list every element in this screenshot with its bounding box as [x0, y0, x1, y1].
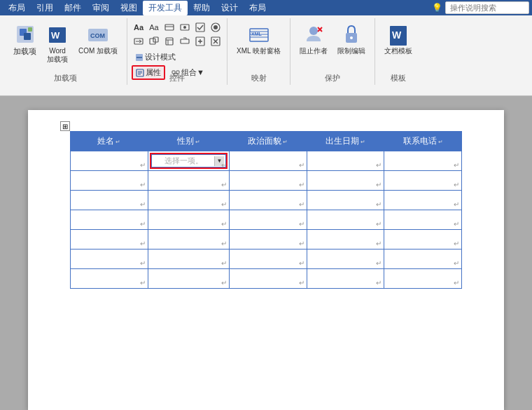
lightbulb-icon: 💡 [432, 3, 442, 13]
doc-template-label: 文档模板 [384, 47, 412, 55]
group-protect: 阻止作者 限制编辑 保护 [290, 18, 375, 85]
group-protect-label: 保护 [290, 73, 374, 83]
restrict-edit-button[interactable]: 限制编辑 [334, 21, 369, 57]
cell-politics-7: ↵ [229, 269, 307, 289]
cell-politics-6: ↵ [229, 250, 307, 269]
cell-name-7: ↵ [71, 269, 148, 289]
xml-map-button[interactable]: XML XML 映射窗格 [233, 21, 284, 57]
com-addins-button[interactable]: COM COM 加载项 [75, 21, 121, 57]
svg-point-45 [309, 27, 318, 35]
ribbon: 加载项 W Word加载项 COM [0, 15, 532, 96]
ctrl-icon7[interactable] [162, 35, 176, 48]
svg-point-14 [214, 25, 218, 29]
cell-name-6: ↵ [71, 250, 148, 269]
cell-name-5: ↵ [71, 230, 148, 250]
cell-phone-5: ↵ [384, 230, 462, 250]
table-row: ↵ ↵ ↵ ↵ ↵ [71, 269, 462, 289]
word-addins-button[interactable]: W Word加载项 [43, 21, 72, 66]
dropdown-placeholder: 选择一项。 [153, 156, 214, 166]
ctrl-icon9[interactable] [193, 35, 207, 48]
cell-birthday-6: ↵ [307, 250, 384, 269]
block-author-label: 阻止作者 [300, 47, 328, 55]
cell-gender-3: ↵ [148, 191, 229, 210]
header-phone: 联系电话↵ [384, 132, 462, 151]
cell-gender-5: ↵ [148, 230, 229, 250]
cell-phone-2: ↵ [384, 171, 462, 191]
group-mapping-label: 映射 [227, 73, 290, 83]
cell-gender-1: 选择一项。 ▼ ↵ [148, 151, 229, 171]
word-addins-label: Word加载项 [47, 47, 68, 64]
table-row: ↵ 选择一项。 ▼ ↵ ↵ ↵ ↵ [71, 151, 462, 171]
com-addins-label: COM 加载项 [78, 47, 118, 55]
svg-point-49 [350, 36, 353, 39]
group-template-label: 模板 [375, 73, 421, 83]
xml-map-label: XML 映射窗格 [237, 47, 281, 55]
ctrl-icon4[interactable] [209, 21, 223, 34]
svg-rect-2 [24, 33, 31, 40]
group-mapping: XML XML 映射窗格 映射 [227, 18, 290, 85]
cell-birthday-4: ↵ [307, 210, 384, 230]
design-mode-button[interactable]: 设计模式 [132, 50, 179, 64]
cell-name-1: ↵ [71, 151, 148, 171]
group-addins-label: 加载项 [4, 73, 127, 83]
menu-design[interactable]: 设计 [216, 1, 244, 15]
block-author-button[interactable]: 阻止作者 [296, 21, 331, 57]
table-row: ↵ ↵ ↵ ↵ ↵ [71, 230, 462, 250]
header-politics: 政治面貌↵ [229, 132, 307, 151]
cell-birthday-7: ↵ [307, 269, 384, 289]
cell-phone-6: ↵ [384, 250, 462, 269]
cell-phone-3: ↵ [384, 191, 462, 210]
ctrl-icon5[interactable] [132, 35, 146, 48]
ctrl-icon3[interactable] [193, 21, 207, 34]
cell-birthday-3: ↵ [307, 191, 384, 210]
doc-template-button[interactable]: W 文档模板 [381, 21, 416, 57]
menu-developer[interactable]: 开发工具 [143, 1, 188, 15]
ctrl-aa2[interactable]: Aa [147, 22, 160, 33]
dropdown-wrapper: 选择一项。 ▼ [150, 153, 227, 169]
table-row: ↵ ↵ ↵ ↵ ↵ [71, 210, 462, 230]
svg-rect-12 [196, 23, 204, 32]
svg-rect-3 [28, 27, 32, 32]
group-controls: Aa Aa [127, 18, 227, 85]
ctrl-icon2[interactable] [178, 21, 192, 34]
add-plugin-button[interactable]: 加载项 [10, 21, 40, 58]
svg-text:W: W [51, 30, 60, 41]
menu-reference[interactable]: 引用 [31, 1, 59, 15]
ctrl-icon1[interactable] [162, 21, 176, 34]
ctrl-aa1[interactable]: Aa [132, 22, 146, 33]
cell-phone-7: ↵ [384, 269, 462, 289]
ctrl-icon10[interactable] [209, 35, 223, 48]
menu-view[interactable]: 视图 [115, 1, 143, 15]
ctrl-icon8[interactable] [178, 35, 192, 48]
cell-birthday-1: ↵ [307, 151, 384, 171]
cell-name-3: ↵ [71, 191, 148, 210]
header-gender: 性别↵ [148, 132, 229, 151]
cell-name-4: ↵ [71, 210, 148, 230]
cell-politics-5: ↵ [229, 230, 307, 250]
cell-gender-2: ↵ [148, 171, 229, 191]
svg-text:COM: COM [90, 32, 105, 39]
cell-birthday-5: ↵ [307, 230, 384, 250]
document-page: ⊞ 姓名↵ 性别↵ 政治面貌↵ 出生日期↵ [28, 110, 504, 410]
ctrl-icon6[interactable] [147, 35, 161, 48]
menu-help[interactable]: 帮助 [188, 1, 216, 15]
table-move-handle[interactable]: ⊞ [60, 121, 70, 131]
svg-point-11 [183, 26, 186, 29]
menu-mail[interactable]: 邮件 [59, 1, 87, 15]
table-header-row: 姓名↵ 性别↵ 政治面貌↵ 出生日期↵ 联系电话↵ [71, 132, 462, 151]
cell-birthday-2: ↵ [307, 171, 384, 191]
search-input[interactable] [445, 1, 529, 14]
cell-politics-3: ↵ [229, 191, 307, 210]
cell-phone-4: ↵ [384, 210, 462, 230]
gender-dropdown[interactable]: 选择一项。 ▼ [151, 154, 226, 168]
cell-phone-1: ↵ [384, 151, 462, 171]
search-area: 💡 [432, 1, 529, 14]
restrict-edit-label: 限制编辑 [337, 47, 365, 55]
svg-rect-24 [181, 39, 189, 43]
group-template: W 文档模板 模板 [375, 18, 421, 85]
menu-review[interactable]: 审阅 [87, 1, 115, 15]
menu-bulayout[interactable]: 布局 [3, 1, 31, 15]
cell-politics-1: ↵ [229, 151, 307, 171]
menu-layout[interactable]: 布局 [244, 1, 272, 15]
cell-gender-7: ↵ [148, 269, 229, 289]
